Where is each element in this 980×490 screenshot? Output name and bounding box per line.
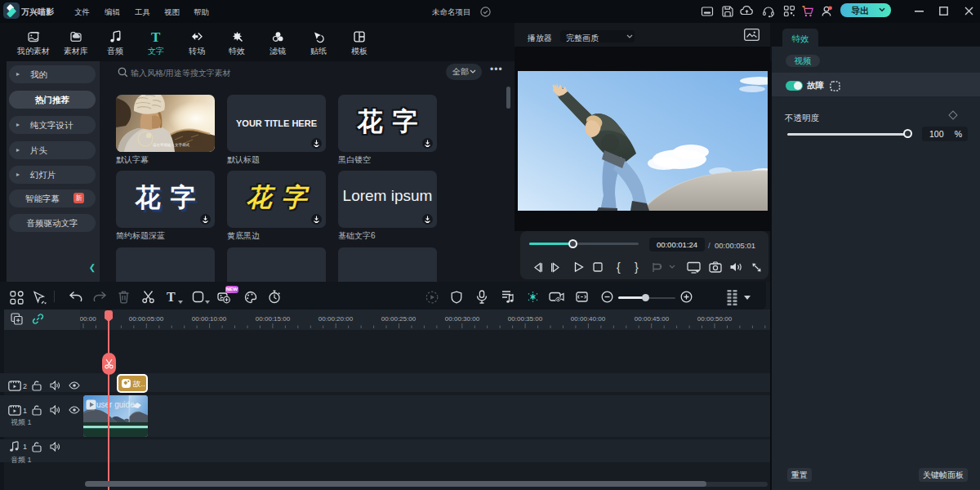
svg-text:T: T — [151, 29, 161, 43]
svg-text:00:00:10:00: 00:00:10:00 — [192, 315, 227, 323]
svg-text:00:00:50:00: 00:00:50:00 — [697, 315, 733, 323]
svg-text:00:00:05:00: 00:00:05:00 — [129, 315, 164, 323]
svg-text:00:00:15:00: 00:00:15:00 — [256, 315, 291, 323]
svg-text:00:00:20:00: 00:00:20:00 — [318, 315, 354, 323]
svg-text:00:00:30:00: 00:00:30:00 — [445, 315, 480, 323]
svg-text:}: } — [635, 261, 639, 274]
svg-text:请在视频输入文字样式: 请在视频输入文字样式 — [153, 142, 190, 148]
svg-text:T: T — [167, 290, 176, 304]
svg-text:00:00:00: 00:00:00 — [80, 315, 96, 323]
svg-text:00:00:35:00: 00:00:35:00 — [508, 315, 543, 323]
svg-text:{: { — [617, 261, 621, 274]
svg-text:user guide: user guide — [96, 400, 135, 409]
svg-text:00:00:45:00: 00:00:45:00 — [635, 315, 670, 323]
svg-text:00:00:25:00: 00:00:25:00 — [381, 315, 416, 323]
svg-text:00:00:40:00: 00:00:40:00 — [571, 315, 606, 323]
